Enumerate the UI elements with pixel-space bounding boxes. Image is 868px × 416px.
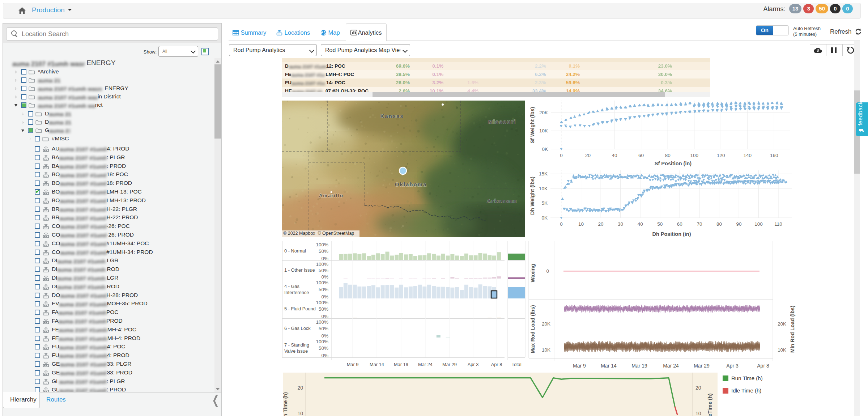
svg-text:Missouri: Missouri xyxy=(488,119,516,125)
svg-text:20: 20 xyxy=(695,385,701,391)
svg-text:Total: Total xyxy=(511,362,521,367)
svg-text:120: 120 xyxy=(717,153,725,158)
svg-text:Dh Position (in): Dh Position (in) xyxy=(652,231,691,237)
svg-text:Run Time (h): Run Time (h) xyxy=(731,375,763,381)
svg-text:0: 0 xyxy=(546,268,549,274)
svg-text:Mar 19: Mar 19 xyxy=(631,363,647,369)
svg-text:Kansas: Kansas xyxy=(380,113,404,119)
svg-text:Mar 9: Mar 9 xyxy=(347,362,359,367)
svg-text:Mar 29: Mar 29 xyxy=(442,362,457,367)
svg-text:Waxing: Waxing xyxy=(530,264,536,282)
svg-text:0: 0 xyxy=(560,221,563,227)
svg-text:10: 10 xyxy=(695,411,701,416)
svg-text:Amarillo: Amarillo xyxy=(319,193,344,198)
svg-text:10K: 10K xyxy=(539,186,548,191)
svg-text:100%: 100% xyxy=(316,319,328,325)
svg-text:0%: 0% xyxy=(321,353,328,358)
svg-text:20: 20 xyxy=(598,221,604,227)
svg-text:0 - Normal: 0 - Normal xyxy=(284,248,306,254)
svg-text:20: 20 xyxy=(297,385,303,391)
svg-text:0%: 0% xyxy=(321,294,328,300)
svg-text:Apr 8: Apr 8 xyxy=(491,362,502,367)
svg-text:50: 50 xyxy=(657,221,663,227)
svg-text:0%: 0% xyxy=(321,314,328,319)
svg-text:80: 80 xyxy=(665,153,671,158)
svg-text:50%: 50% xyxy=(319,345,328,351)
svg-text:Oklahoma: Oklahoma xyxy=(395,181,427,187)
svg-text:80: 80 xyxy=(716,221,722,227)
svg-text:Interference: Interference xyxy=(284,290,309,295)
svg-text:100: 100 xyxy=(754,221,763,227)
svg-text:140: 140 xyxy=(744,153,752,158)
svg-text:5 - Fluid Pound: 5 - Fluid Pound xyxy=(284,306,316,311)
svg-text:0%: 0% xyxy=(321,256,328,261)
svg-text:Max Rod Load (lbs): Max Rod Load (lbs) xyxy=(530,305,536,353)
svg-text:160: 160 xyxy=(770,153,778,158)
svg-text:50%: 50% xyxy=(319,306,328,312)
svg-text:30: 30 xyxy=(618,221,623,227)
svg-text:4 - Gas: 4 - Gas xyxy=(284,284,299,289)
svg-text:15K: 15K xyxy=(539,171,548,177)
svg-text:Mar 24: Mar 24 xyxy=(418,362,433,367)
svg-text:90: 90 xyxy=(736,221,741,227)
svg-text:0%: 0% xyxy=(321,333,328,339)
svg-text:1 - Other Issue: 1 - Other Issue xyxy=(284,267,315,273)
svg-text:Min Rod Load (lbs): Min Rod Load (lbs) xyxy=(790,306,795,353)
svg-text:0K: 0K xyxy=(541,215,548,221)
svg-text:10: 10 xyxy=(578,221,584,227)
svg-text:20K: 20K xyxy=(539,110,548,115)
svg-text:Apr 8: Apr 8 xyxy=(757,363,769,369)
svg-text:100: 100 xyxy=(690,153,698,158)
svg-text:0K: 0K xyxy=(542,147,548,152)
svg-text:Valve Issue: Valve Issue xyxy=(284,348,308,354)
svg-text:10: 10 xyxy=(297,411,303,416)
svg-text:IdleTime (h): IdleTime (h) xyxy=(707,393,713,416)
svg-text:Apr 3: Apr 3 xyxy=(726,363,739,369)
svg-text:5K: 5K xyxy=(541,200,548,206)
svg-text:Mar 24: Mar 24 xyxy=(663,363,679,369)
svg-text:50%: 50% xyxy=(319,249,328,254)
svg-text:Mar 14: Mar 14 xyxy=(601,363,617,369)
svg-text:60: 60 xyxy=(677,221,682,227)
svg-text:50%: 50% xyxy=(319,326,328,331)
svg-text:Mar 9: Mar 9 xyxy=(573,363,586,369)
svg-text:40: 40 xyxy=(612,153,617,158)
svg-text:20K: 20K xyxy=(542,321,550,327)
svg-text:Mar 19: Mar 19 xyxy=(394,362,408,367)
svg-text:Idle Time (h): Idle Time (h) xyxy=(731,387,761,394)
svg-text:50%: 50% xyxy=(319,268,328,273)
svg-text:100%: 100% xyxy=(316,262,328,267)
svg-text:Arkansas: Arkansas xyxy=(487,198,517,204)
svg-text:40: 40 xyxy=(638,221,643,227)
svg-text:60: 60 xyxy=(638,153,644,158)
svg-text:7 - Standing: 7 - Standing xyxy=(284,342,309,348)
svg-text:6 - Gas Lock: 6 - Gas Lock xyxy=(284,326,311,331)
svg-text:20K: 20K xyxy=(778,321,786,327)
svg-text:Dh Weight (lbs): Dh Weight (lbs) xyxy=(529,177,535,215)
svg-text:100%: 100% xyxy=(316,280,328,285)
svg-text:100%: 100% xyxy=(316,300,328,305)
svg-text:20: 20 xyxy=(585,153,591,158)
svg-text:50%: 50% xyxy=(319,287,328,292)
svg-text:10K: 10K xyxy=(542,347,550,353)
svg-text:Sf Position (in): Sf Position (in) xyxy=(655,161,692,166)
svg-text:Sf Weight (lbs): Sf Weight (lbs) xyxy=(529,107,535,143)
svg-text:10K: 10K xyxy=(778,347,786,353)
svg-text:Mar 29: Mar 29 xyxy=(694,363,710,369)
svg-text:70: 70 xyxy=(697,221,702,227)
svg-text:0: 0 xyxy=(560,153,563,158)
svg-text:Apr 3: Apr 3 xyxy=(468,362,479,367)
svg-text:100%: 100% xyxy=(316,339,328,344)
svg-text:0%: 0% xyxy=(321,274,328,280)
svg-text:Mar 14: Mar 14 xyxy=(370,362,384,367)
svg-text:100%: 100% xyxy=(316,242,328,247)
svg-text:10K: 10K xyxy=(539,128,548,133)
svg-text:110: 110 xyxy=(774,221,782,227)
svg-text:Run Time (h): Run Time (h) xyxy=(282,392,288,416)
